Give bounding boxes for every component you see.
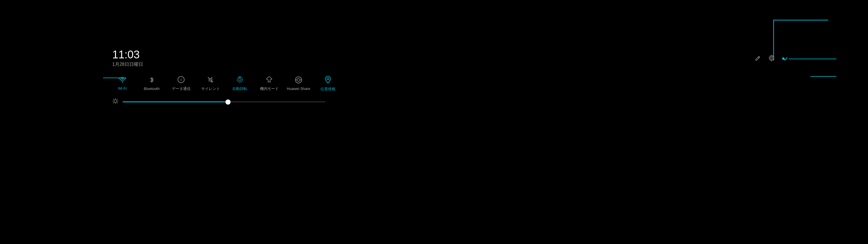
- chevron-expand[interactable]: [782, 56, 812, 62]
- corner-bracket-decoration: [771, 17, 828, 60]
- brightness-slider[interactable]: [123, 101, 325, 102]
- brightness-fill: [123, 101, 228, 102]
- qs-location-label: 位置情報: [320, 86, 335, 92]
- svg-line-18: [117, 99, 118, 99]
- right-line-2: [810, 76, 836, 77]
- qs-wifi[interactable]: Wi-Fi: [112, 76, 132, 91]
- svg-line-16: [114, 99, 114, 99]
- qs-data[interactable]: ① データ通信: [171, 76, 191, 92]
- qs-data-label: データ通信: [172, 86, 191, 92]
- brightness-icon: [112, 98, 119, 106]
- airplane-icon: [266, 76, 273, 84]
- qs-airplane[interactable]: 機内モード: [259, 76, 279, 92]
- clock-date: 1月28日日曜日: [112, 62, 325, 68]
- svg-line-17: [117, 103, 118, 103]
- brightness-thumb[interactable]: [225, 99, 230, 105]
- wifi-icon: [118, 76, 126, 84]
- svg-point-21: [771, 57, 773, 59]
- bluetooth-icon: [149, 76, 155, 85]
- location-icon: [324, 76, 332, 85]
- qs-location[interactable]: 位置情報: [318, 76, 338, 92]
- qs-autorotate[interactable]: 自動回転: [230, 76, 250, 92]
- qs-huaweishare[interactable]: Huawei Share: [288, 76, 309, 91]
- silent-icon: [207, 76, 214, 84]
- svg-point-11: [114, 100, 117, 103]
- svg-point-7: [297, 78, 300, 81]
- right-line-1: [810, 59, 836, 59]
- qs-bluetooth[interactable]: Bluetooth: [142, 76, 162, 91]
- chevron-down-icon: [782, 56, 788, 62]
- svg-line-20: [758, 57, 759, 58]
- settings-button[interactable]: [768, 55, 775, 63]
- svg-line-19: [114, 103, 114, 103]
- settings-area: [755, 55, 812, 63]
- data-icon: ①: [177, 76, 185, 84]
- qs-wifi-label: Wi-Fi: [118, 86, 127, 91]
- qs-autorotate-label: 自動回転: [232, 86, 247, 92]
- qs-airplane-label: 機内モード: [260, 86, 279, 92]
- clock-time: 11:03: [112, 49, 325, 61]
- clock-panel: 11:03 1月28日日曜日 Wi-Fi: [112, 49, 325, 106]
- autorotate-icon: [236, 76, 244, 84]
- svg-point-5: [239, 78, 241, 81]
- qs-bluetooth-label: Bluetooth: [144, 86, 160, 91]
- quick-settings-row: Wi-Fi Bluetooth ① データ通信: [112, 76, 325, 92]
- svg-point-10: [327, 78, 329, 80]
- qs-huaweishare-label: Huawei Share: [287, 86, 310, 91]
- svg-point-0: [122, 81, 123, 82]
- svg-text:①: ①: [180, 78, 183, 81]
- qs-silent-label: サイレント: [201, 86, 220, 92]
- brightness-row: [112, 98, 325, 106]
- huaweishare-icon: [294, 76, 303, 85]
- qs-silent[interactable]: サイレント: [200, 76, 220, 92]
- chevron-line: [789, 59, 812, 59]
- edit-button[interactable]: [755, 55, 761, 63]
